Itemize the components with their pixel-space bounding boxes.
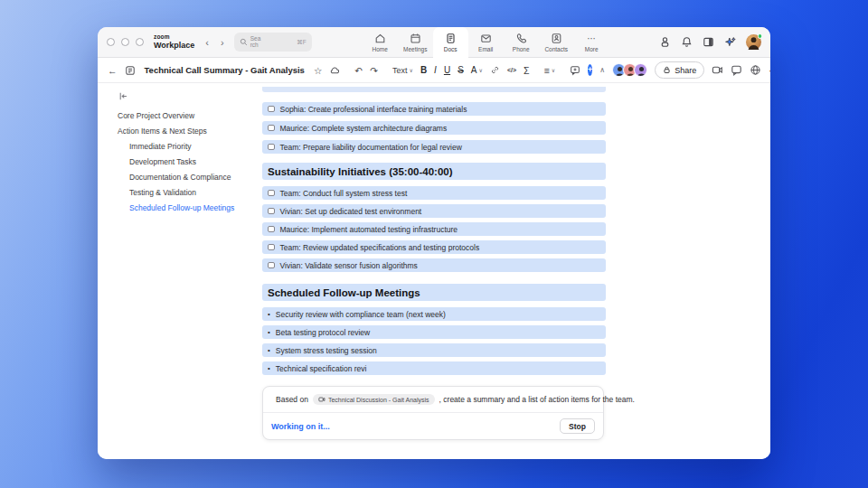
document-outline-sidebar: Core Project Overview Action Items & Nex…: [98, 83, 255, 459]
checklist-item[interactable]: Team: Prepare liability documentation fo…: [262, 140, 606, 154]
code-block-button[interactable]: </>: [507, 67, 516, 73]
insert-plus-button[interactable]: +: [588, 64, 592, 76]
text-style-dropdown[interactable]: Text∨: [392, 66, 413, 75]
collapse-outline-button[interactable]: [118, 91, 255, 101]
bullet-item[interactable]: • System stress testing session: [262, 343, 606, 357]
tab-home[interactable]: Home: [363, 27, 398, 58]
tab-more[interactable]: ⋯ More: [574, 27, 609, 58]
checkbox[interactable]: [268, 226, 275, 233]
clipped-previous-row: [262, 87, 606, 92]
chrome-right-icons: [659, 34, 761, 50]
bullet-icon: •: [268, 364, 270, 372]
tab-contacts[interactable]: Contacts: [539, 27, 574, 58]
underline-button[interactable]: U: [444, 65, 450, 75]
checklist-item[interactable]: Vivian: Set up dedicated test environmen…: [262, 204, 606, 218]
document-title: Technical Call Summary - Gait Analysis: [145, 65, 305, 75]
bullet-item[interactable]: • Technical specification revi: [262, 361, 606, 375]
zoom-workplace-window: zoom Workplace ‹ › Search ⌘F Home Meeti: [98, 27, 770, 459]
docs-home-icon[interactable]: [125, 65, 136, 76]
lock-icon: [663, 66, 671, 74]
profile-contact-icon[interactable]: [659, 36, 671, 48]
search-icon: [240, 38, 248, 46]
alignment-dropdown[interactable]: ≡∨: [544, 65, 556, 76]
checklist-item[interactable]: Maurice: Implement automated testing inf…: [262, 222, 606, 236]
checkbox[interactable]: [268, 190, 275, 197]
outline-item[interactable]: Testing & Validation: [118, 184, 255, 200]
language-globe-button[interactable]: [750, 64, 761, 76]
checklist-sustainability: Team: Conduct full system stress test Vi…: [262, 186, 606, 272]
share-button[interactable]: Share: [655, 61, 704, 79]
checklist-item[interactable]: Vivian: Validate sensor fusion algorithm…: [262, 258, 606, 272]
bold-button[interactable]: B: [420, 65, 427, 75]
tab-email[interactable]: Email: [468, 27, 504, 58]
search-input[interactable]: Search ⌘F: [234, 33, 312, 52]
outline-item[interactable]: Scheduled Follow-up Meetings: [118, 200, 255, 215]
outline-item[interactable]: Development Tasks: [118, 154, 255, 169]
section-heading-meetings[interactable]: Scheduled Follow-up Meetings: [262, 284, 606, 301]
redo-button[interactable]: ↷: [370, 65, 378, 76]
section-heading-sustainability[interactable]: Sustainability Initiatives (35:00-40:00): [262, 163, 606, 180]
checkbox[interactable]: [268, 208, 275, 215]
chat-button[interactable]: [731, 64, 742, 76]
document-canvas[interactable]: Sophia: Create professional interface tr…: [255, 83, 770, 459]
checkbox[interactable]: [268, 106, 275, 113]
outline-item[interactable]: Core Project Overview: [118, 108, 255, 123]
bullet-item[interactable]: • Security review with compliance team (…: [262, 307, 606, 321]
checkbox[interactable]: [268, 262, 275, 269]
stop-button[interactable]: Stop: [560, 418, 595, 434]
docs-icon: [445, 33, 457, 44]
checkbox[interactable]: [268, 125, 275, 132]
outline-item[interactable]: Documentation & Compliance: [118, 169, 255, 184]
maximize-window-button[interactable]: [136, 38, 144, 46]
collapse-toolbar-caret[interactable]: ∧: [599, 66, 605, 74]
notifications-bell-icon[interactable]: [681, 36, 693, 48]
tab-phone[interactable]: Phone: [504, 27, 539, 58]
ai-companion-panel: Based on Technical Discussion - Gait Ana…: [262, 386, 604, 440]
minimize-window-button[interactable]: [121, 38, 129, 46]
strikethrough-button[interactable]: S: [458, 65, 464, 75]
outline-item[interactable]: Immediate Priority: [118, 138, 255, 154]
ai-status-row: Working on it... Stop: [263, 413, 603, 439]
nav-back-button[interactable]: ‹: [205, 37, 209, 48]
more-options-button[interactable]: ⋯: [769, 65, 770, 76]
tab-docs[interactable]: Docs: [433, 27, 468, 59]
chevron-down-icon: ∨: [552, 67, 555, 73]
insert-link-button[interactable]: [490, 65, 500, 75]
bullet-list-meetings: • Security review with compliance team (…: [262, 307, 606, 375]
doc-back-button[interactable]: ←: [108, 65, 118, 76]
checklist-item[interactable]: Sophia: Create professional interface tr…: [262, 102, 606, 116]
window-controls: [107, 38, 144, 46]
tab-meetings[interactable]: Meetings: [398, 27, 433, 58]
favorite-star-icon[interactable]: ☆: [314, 65, 322, 76]
close-window-button[interactable]: [107, 38, 115, 46]
video-call-button[interactable]: [712, 64, 723, 76]
bullet-icon: •: [268, 346, 270, 354]
online-status-dot: [758, 33, 763, 39]
checklist-item[interactable]: Team: Review updated specifications and …: [262, 240, 606, 254]
collaborator-avatar[interactable]: [634, 63, 647, 77]
checklist-item[interactable]: Maurice: Complete system architecture di…: [262, 121, 606, 135]
italic-button[interactable]: I: [434, 65, 437, 75]
checkbox[interactable]: [268, 244, 275, 251]
bullet-item[interactable]: • Beta testing protocol review: [262, 325, 606, 339]
checkbox[interactable]: [268, 144, 275, 151]
side-panel-toggle-icon[interactable]: [703, 36, 714, 48]
outline-items: Core Project Overview Action Items & Nex…: [118, 108, 255, 215]
checklist-item[interactable]: Team: Conduct full system stress test: [262, 186, 606, 200]
outline-item[interactable]: Action Items & Next Steps: [118, 123, 255, 138]
desktop-background: zoom Workplace ‹ › Search ⌘F Home Meeti: [0, 0, 868, 488]
undo-button[interactable]: ↶: [354, 65, 363, 76]
source-document-chip[interactable]: Technical Discussion - Gait Analysis: [313, 394, 435, 405]
ai-companion-sparkle-icon[interactable]: [724, 36, 736, 48]
add-comment-button[interactable]: [570, 65, 580, 76]
nav-forward-button[interactable]: ›: [221, 37, 224, 48]
collaborator-avatars: [612, 63, 647, 77]
search-shortcut-hint: ⌘F: [297, 39, 306, 46]
text-color-dropdown[interactable]: A∨: [471, 65, 483, 75]
app-title-bar: zoom Workplace ‹ › Search ⌘F Home Meeti: [98, 27, 770, 58]
email-icon: [480, 33, 492, 44]
bullet-icon: •: [268, 328, 270, 336]
cloud-sync-icon[interactable]: [329, 65, 340, 76]
formula-sigma-button[interactable]: Σ: [524, 65, 530, 76]
user-avatar[interactable]: [746, 34, 761, 50]
